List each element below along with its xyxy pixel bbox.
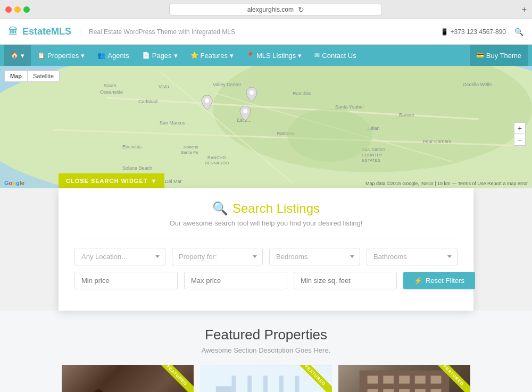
- nav-agents-label: Agents: [107, 52, 129, 60]
- svg-text:Valley Center: Valley Center: [213, 82, 241, 87]
- location-select[interactable]: Any Location...: [74, 248, 165, 265]
- pages-icon: 📄: [142, 52, 150, 59]
- nav-mls[interactable]: 📍 MLS Listings ▾: [240, 45, 308, 66]
- filter-icon: ⚡: [414, 277, 422, 285]
- svg-text:RANCHOBERNARDO: RANCHOBERNARDO: [205, 155, 229, 165]
- browser-dots: [5, 6, 30, 13]
- svg-rect-55: [415, 389, 426, 392]
- new-tab-button[interactable]: +: [522, 5, 527, 14]
- svg-rect-53: [383, 389, 394, 392]
- nav-features[interactable]: ⭐ Features ▾: [184, 45, 240, 66]
- logo[interactable]: 🏛 EstateMLS: [9, 26, 71, 37]
- svg-rect-38: [247, 376, 252, 392]
- home-icon: 🏠: [11, 52, 19, 59]
- svg-point-28: [205, 98, 209, 103]
- nav-properties[interactable]: 📋 Properties ▾: [31, 45, 91, 66]
- svg-text:Santa Ysabel: Santa Ysabel: [335, 104, 363, 110]
- properties-icon: 📋: [37, 52, 45, 59]
- search-widget: 🔍 Search Listings Our awesome search too…: [59, 188, 473, 311]
- close-search-label: Close Search Widget: [66, 178, 147, 184]
- property-card-2[interactable]: FEATURED: [200, 365, 332, 392]
- close-search-widget-button[interactable]: Close Search Widget ▼: [59, 173, 164, 188]
- svg-text:Solana Beach: Solana Beach: [122, 165, 152, 171]
- phone-number: 📱 +373 123 4567-890: [440, 28, 506, 36]
- property-card-1[interactable]: FEATURED: [62, 365, 194, 392]
- search-filters-row-1: Any Location... Property for: Bedrooms B…: [74, 248, 458, 265]
- search-widget-description: Our awesome search tool will help you fi…: [74, 219, 458, 227]
- agents-icon: 👥: [97, 52, 105, 59]
- svg-rect-37: [232, 376, 236, 392]
- site-tagline: Real Estate WordPress Theme with Integra…: [80, 28, 235, 36]
- map-pin-3[interactable]: [239, 106, 251, 121]
- nav-contact-label: Contact Us: [322, 52, 356, 60]
- svg-rect-54: [399, 389, 410, 392]
- nav-properties-label: Properties: [47, 52, 79, 60]
- svg-text:Oceanside: Oceanside: [100, 89, 123, 95]
- zoom-out-button[interactable]: −: [514, 134, 526, 146]
- browser-chrome: alexgurghis.com ↻ +: [0, 0, 532, 19]
- nav-home[interactable]: 🏠 ▾: [4, 45, 31, 66]
- refresh-icon[interactable]: ↻: [298, 5, 304, 14]
- map-area: Carlsbad San Marcos Encinitas RanchoSant…: [0, 66, 532, 188]
- mls-dropdown-icon: ▾: [298, 52, 302, 60]
- map-controls: Map Satellite: [4, 70, 60, 82]
- min-price-input[interactable]: [74, 272, 178, 289]
- nav-pages[interactable]: 📄 Pages ▾: [136, 45, 184, 66]
- features-dropdown-icon: ▾: [230, 52, 234, 60]
- google-attribution: Google: [4, 180, 24, 186]
- close-dot[interactable]: [5, 6, 12, 13]
- map-pin-2[interactable]: [246, 87, 257, 102]
- search-filters-row-2: ⚡ Reset Filters: [74, 272, 458, 289]
- svg-rect-56: [431, 389, 442, 392]
- bathrooms-select[interactable]: Bathrooms: [367, 248, 458, 265]
- satellite-view-button[interactable]: Satellite: [28, 70, 60, 82]
- reset-label: Reset Filters: [426, 277, 464, 285]
- svg-text:Banner: Banner: [399, 112, 414, 118]
- svg-text:Four Corners: Four Corners: [423, 139, 452, 144]
- svg-rect-49: [399, 376, 410, 383]
- svg-rect-42: [216, 386, 232, 392]
- svg-rect-50: [415, 376, 426, 383]
- close-search-icon: ▼: [151, 178, 157, 184]
- header-right: 📱 +373 123 4567-890 🔍: [440, 28, 523, 36]
- nav-features-label: Features: [201, 52, 228, 60]
- map-data-attribution: Map data ©2015 Google, INEGI | 10 km — T…: [365, 181, 528, 186]
- svg-rect-51: [431, 376, 442, 383]
- svg-text:RanchoSanta Fe: RanchoSanta Fe: [181, 145, 198, 155]
- url-bar[interactable]: alexgurghis.com ↻: [169, 4, 382, 15]
- contact-icon: ✉: [314, 52, 320, 59]
- featured-title: Featured Properties: [0, 327, 532, 343]
- minimize-dot[interactable]: [14, 6, 21, 13]
- zoom-in-button[interactable]: +: [514, 122, 526, 134]
- svg-rect-47: [368, 376, 378, 383]
- svg-text:Carlsbad: Carlsbad: [138, 99, 157, 104]
- featured-section: Featured Properties Awesome Section Desc…: [0, 311, 532, 392]
- properties-dropdown-icon: ▾: [81, 52, 85, 60]
- nav-agents[interactable]: 👥 Agents: [91, 45, 135, 66]
- maximize-dot[interactable]: [23, 6, 30, 13]
- svg-text:Encinitas: Encinitas: [122, 144, 142, 149]
- svg-point-27: [287, 109, 372, 162]
- nav-buy-label: Buy Theme: [486, 52, 521, 60]
- bedrooms-select[interactable]: Bedrooms: [269, 248, 360, 265]
- svg-text:South: South: [104, 83, 117, 88]
- search-widget-title-text: Search Listings: [232, 201, 320, 216]
- reset-filters-button[interactable]: ⚡ Reset Filters: [403, 272, 475, 289]
- property-type-select[interactable]: Property for:: [172, 248, 263, 265]
- map-pin-1[interactable]: [201, 95, 213, 110]
- nav-mls-label: MLS Listings: [256, 52, 296, 60]
- min-size-input[interactable]: [294, 272, 397, 289]
- buy-icon: 💳: [476, 52, 484, 59]
- search-widget-icon: 🔍: [212, 201, 228, 216]
- nav-buy-theme[interactable]: 💳 Buy Theme: [469, 45, 528, 66]
- property-card-3[interactable]: FEATURED: [338, 365, 470, 392]
- svg-rect-39: [263, 376, 268, 392]
- svg-point-29: [250, 90, 254, 95]
- url-text: alexgurghis.com: [247, 6, 294, 13]
- logo-icon: 🏛: [9, 26, 18, 37]
- max-price-input[interactable]: [184, 272, 287, 289]
- header-search-icon[interactable]: 🔍: [514, 28, 523, 36]
- nav-bar: 🏠 ▾ 📋 Properties ▾ 👥 Agents 📄 Pages ▾ ⭐ …: [0, 45, 532, 66]
- nav-contact[interactable]: ✉ Contact Us: [308, 45, 362, 66]
- map-view-button[interactable]: Map: [4, 70, 28, 82]
